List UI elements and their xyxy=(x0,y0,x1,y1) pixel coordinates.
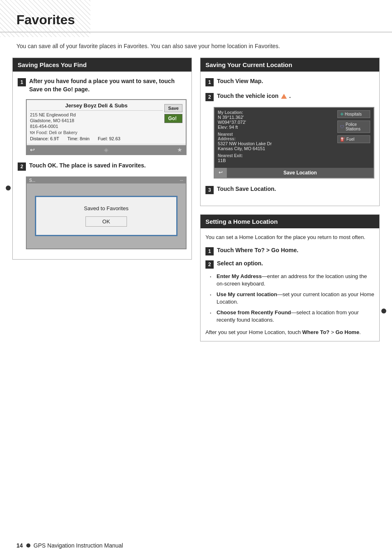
after-end: . xyxy=(359,329,361,335)
bullet-2-label: Use My current location xyxy=(217,291,277,297)
saved-topbar-text: S... xyxy=(29,178,35,183)
bullet-1-text: Enter My Address—enter an address for th… xyxy=(217,273,374,288)
list-item-use-current: Use My current location—set your current… xyxy=(210,291,374,306)
step-2-num: 2 xyxy=(18,162,26,171)
gps-address2: Gladstone, MO 64118 xyxy=(30,118,163,123)
saving-places-content: 1 After you have found a place you want … xyxy=(13,72,191,259)
saving-places-header: Saving Places You Find xyxy=(13,58,191,72)
saved-topbar: S... ··· xyxy=(27,177,186,183)
food-icon: 🍽 xyxy=(30,130,35,135)
step-2-text: Touch OK. The place is saved in Favorite… xyxy=(29,162,146,170)
after-set-text: After you set your Home Location, touch … xyxy=(205,328,374,337)
left-side-dot xyxy=(6,186,11,190)
home-step-1: 1 Touch Where To? > Go Home. xyxy=(205,246,374,255)
saved-screen-body: Saved to Favorites OK xyxy=(35,196,178,236)
gps-address1: 215 NE Englewood Rd xyxy=(30,112,163,117)
saving-location-section: Saving Your Current Location 1 Touch Vie… xyxy=(200,58,380,206)
police-button[interactable]: 🛡 PoliceStations xyxy=(337,121,370,133)
saving-location-header: Saving Your Current Location xyxy=(201,58,379,72)
list-item-choose-recent: Choose from Recently Found—select a loca… xyxy=(210,309,374,324)
police-icon: 🛡 xyxy=(340,125,344,129)
gps-loc-back-button[interactable]: ↩ xyxy=(214,168,227,178)
right-step-2: 2 Touch the vehicle icon . xyxy=(205,92,374,101)
hospital-icon: ✚ xyxy=(340,112,344,116)
home-step-2-text: Select an option. xyxy=(217,260,263,268)
save-button[interactable]: Save xyxy=(164,104,182,112)
fuel-icon: ⛽ xyxy=(340,137,345,142)
my-location-row: My Location: N 39°11.362'W094°37.072'Ele… xyxy=(218,110,335,130)
page-description: You can save all of your favorite places… xyxy=(0,39,392,58)
nearest-exit-value: 11B xyxy=(218,158,335,163)
right-side-dot xyxy=(381,309,386,313)
gps-star[interactable]: ★ xyxy=(177,146,182,153)
right-step-1: 1 Touch View Map. xyxy=(205,77,374,86)
bullet-3-text: Choose from Recently Found—select a loca… xyxy=(217,309,374,324)
my-location-label: My Location: xyxy=(218,110,335,115)
gps-screen-inner: Jersey Boyz Deli & Subs 215 NE Englewood… xyxy=(27,100,186,144)
gps-loc-right: ✚ Hospitals 🛡 PoliceStations ⛽ Fuel xyxy=(337,110,370,165)
right-step-1-text: Touch View Map. xyxy=(217,77,263,86)
saving-places-section: Saving Places You Find 1 After you have … xyxy=(12,58,192,260)
fuel-button[interactable]: ⛽ Fuel xyxy=(337,135,370,143)
right-step-2-text: Touch the vehicle icon . xyxy=(217,92,291,100)
right-step-2-label: Touch the vehicle icon xyxy=(217,93,279,99)
fuel-label: Fuel xyxy=(346,137,354,142)
after-prefix: After you set your Home Location, touch xyxy=(205,329,302,335)
page-header: Favorites xyxy=(0,0,392,32)
home-description: You can set a Home Location for the plac… xyxy=(205,233,374,241)
right-column: Saving Your Current Location 1 Touch Vie… xyxy=(200,58,380,350)
gps-distance-val: Distance: 6.9T xyxy=(30,136,59,141)
left-column: Saving Places You Find 1 After you have … xyxy=(12,58,192,350)
bullet-2-text: Use My current location—set your current… xyxy=(217,291,374,306)
home-location-content: You can set a Home Location for the plac… xyxy=(201,228,379,341)
step-1-num: 1 xyxy=(18,78,26,86)
home-location-section: Setting a Home Location You can set a Ho… xyxy=(200,214,380,341)
right-step-2-num: 2 xyxy=(205,93,214,101)
right-step-2-period: . xyxy=(289,93,291,99)
nearest-exit-label: Nearest Exit: xyxy=(218,153,335,158)
footer-text: GPS Navigation Instruction Manual xyxy=(34,542,123,549)
home-step-2: 2 Select an option. xyxy=(205,260,374,269)
nearest-address-value: 5327 NW Houston Lake DrKansas City, MO 6… xyxy=(218,141,335,151)
home-step-1-num: 1 xyxy=(205,247,214,255)
home-step-1-text: Touch Where To? > Go Home. xyxy=(217,246,298,255)
step-1-text: After you have found a place you want to… xyxy=(29,77,187,93)
gps-screen-mock: Jersey Boyz Deli & Subs 215 NE Englewood… xyxy=(26,99,187,155)
bullet-1-label: Enter My Address xyxy=(217,273,262,279)
nearest-address-row: NearestAddress: 5327 NW Houston Lake DrK… xyxy=(218,132,335,151)
go-button[interactable]: Go! xyxy=(164,114,182,123)
ok-button[interactable]: OK xyxy=(85,216,127,227)
gps-loc-body: My Location: N 39°11.362'W094°37.072'Ele… xyxy=(214,108,374,168)
page-number: 14 xyxy=(16,542,23,549)
right-step-3: 3 Touch Save Location. xyxy=(205,185,374,194)
right-step-3-text: Touch Save Location. xyxy=(217,185,276,193)
right-step-1-num: 1 xyxy=(205,78,214,86)
gps-time-val: Time: 8min xyxy=(67,136,90,141)
gps-place-name: Jersey Boyz Deli & Subs xyxy=(30,102,163,111)
saved-text: Saved to Favorites xyxy=(44,205,168,211)
gps-loc-left: My Location: N 39°11.362'W094°37.072'Ele… xyxy=(218,110,335,165)
saved-topbar-dots: ··· xyxy=(180,178,183,183)
left-step-1: 1 After you have found a place you want … xyxy=(18,77,187,93)
gps-center-dot: ◈ xyxy=(104,146,108,153)
hospitals-label: Hospitals xyxy=(345,112,362,116)
page-title: Favorites xyxy=(16,12,376,28)
home-location-header: Setting a Home Location xyxy=(201,215,379,228)
left-step-2: 2 Touch OK. The place is saved in Favori… xyxy=(18,162,187,171)
saved-screen-mock: S... ··· Saved to Favorites OK xyxy=(26,176,187,249)
gps-fuel-val: Fuel: 92.63 xyxy=(98,136,120,141)
hospitals-button[interactable]: ✚ Hospitals xyxy=(337,110,370,118)
after-bold2: Go Home xyxy=(336,329,360,335)
after-bold1: Where To? xyxy=(302,329,330,335)
bullet-3-label: Choose from Recently Found xyxy=(217,309,291,316)
footer-circle xyxy=(26,543,30,548)
gps-back-arrow[interactable]: ↩ xyxy=(30,146,35,153)
nearest-exit-row: Nearest Exit: 11B xyxy=(218,153,335,163)
home-step-2-num: 2 xyxy=(205,260,214,269)
saving-location-content: 1 Touch View Map. 2 Touch the vehicle ic… xyxy=(201,72,379,206)
save-location-button[interactable]: Save Location xyxy=(227,168,374,178)
gps-save-bar: ↩ Save Location xyxy=(214,168,374,178)
right-step-3-num: 3 xyxy=(205,186,214,194)
list-item-enter-address: Enter My Address—enter an address for th… xyxy=(210,273,374,288)
gps-category: 🍽 Food: Deli or Bakery xyxy=(30,130,163,135)
